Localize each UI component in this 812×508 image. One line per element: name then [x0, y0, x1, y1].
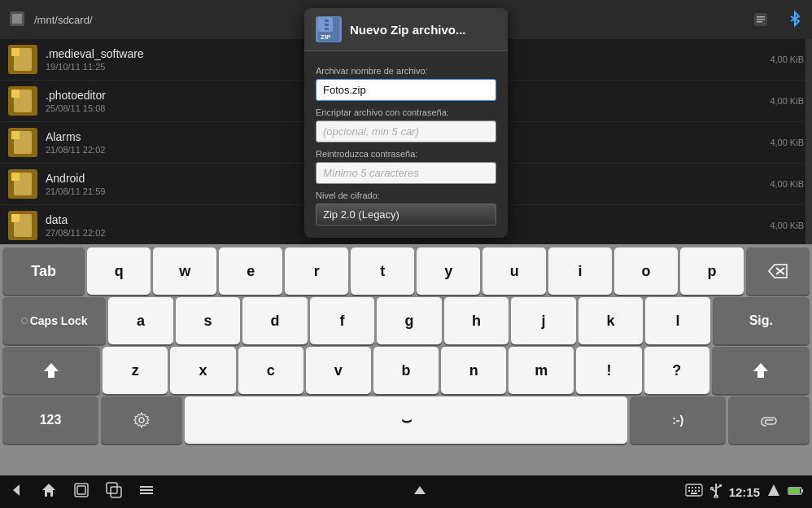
- key-d[interactable]: d: [242, 297, 308, 344]
- key-k[interactable]: k: [578, 297, 644, 344]
- key-x[interactable]: x: [170, 347, 235, 394]
- password-label: Encriptar archivo con contraseña:: [316, 107, 496, 117]
- space-key[interactable]: ⌣: [185, 396, 627, 444]
- battery-icon: [788, 486, 804, 498]
- svg-rect-26: [111, 487, 121, 497]
- key-c[interactable]: c: [238, 347, 303, 394]
- enter-key[interactable]: Sig.: [713, 297, 810, 344]
- recent-apps-icon-1[interactable]: [73, 482, 89, 501]
- key-e[interactable]: e: [219, 247, 282, 295]
- svg-rect-34: [695, 487, 696, 488]
- key-r[interactable]: r: [285, 247, 348, 295]
- zip-dialog-icon: ZIP: [316, 16, 342, 42]
- signal-icon: [766, 483, 781, 501]
- key-m[interactable]: m: [509, 347, 574, 394]
- svg-rect-37: [692, 490, 693, 492]
- back-nav-icon[interactable]: [8, 482, 24, 501]
- key-l[interactable]: l: [645, 297, 710, 344]
- key-g[interactable]: g: [377, 297, 442, 344]
- svg-rect-39: [698, 490, 700, 492]
- tab-key[interactable]: Tab: [2, 247, 85, 295]
- svg-marker-30: [414, 486, 426, 494]
- key-j[interactable]: j: [511, 297, 576, 344]
- key-v[interactable]: v: [306, 347, 371, 394]
- svg-point-45: [710, 488, 713, 490]
- svg-rect-13: [325, 24, 329, 26]
- password-input[interactable]: [316, 120, 496, 142]
- svg-rect-29: [140, 493, 153, 494]
- recent-apps-icon-2[interactable]: [106, 482, 122, 501]
- svg-rect-27: [140, 486, 153, 488]
- key-w[interactable]: w: [153, 247, 216, 295]
- svg-rect-14: [325, 28, 329, 30]
- key-f[interactable]: f: [310, 297, 375, 344]
- dialog-title: Nuevo Zip archivo...: [350, 23, 466, 37]
- keyboard-nav-icon[interactable]: [685, 484, 703, 500]
- settings-key[interactable]: [101, 396, 182, 444]
- key-question[interactable]: ?: [644, 347, 709, 394]
- svg-rect-49: [801, 489, 803, 493]
- numbers-key[interactable]: 123: [2, 396, 98, 444]
- dialog-header: ZIP Nuevo Zip archivo...: [304, 8, 508, 51]
- up-nav-icon[interactable]: [412, 482, 428, 501]
- svg-rect-43: [719, 484, 722, 487]
- keyboard-row-1: Tab q w e r t y u i o p: [2, 247, 810, 295]
- key-n[interactable]: n: [441, 347, 506, 394]
- key-s[interactable]: s: [176, 297, 241, 344]
- filename-input[interactable]: [316, 79, 496, 101]
- menu-nav-icon[interactable]: [138, 482, 155, 501]
- key-q[interactable]: q: [87, 247, 151, 295]
- svg-marker-21: [13, 484, 20, 496]
- keyboard-row-3: z x c v b n m ! ?: [2, 347, 810, 394]
- usb-icon: [709, 482, 723, 501]
- svg-rect-35: [698, 487, 700, 488]
- key-b[interactable]: b: [373, 347, 439, 394]
- shift-left-key[interactable]: [2, 347, 100, 394]
- key-t[interactable]: t: [351, 247, 414, 295]
- svg-rect-38: [695, 490, 696, 492]
- zip-dialog: ZIP Nuevo Zip archivo... Archivar nombre…: [304, 8, 508, 238]
- svg-rect-36: [688, 490, 690, 492]
- key-y[interactable]: y: [417, 247, 480, 295]
- svg-rect-40: [691, 493, 697, 494]
- keyboard: Tab q w e r t y u i o p Caps Lock a s d …: [0, 244, 812, 475]
- svg-marker-47: [768, 484, 779, 496]
- svg-rect-32: [688, 487, 690, 488]
- nav-left-group: [8, 482, 155, 501]
- svg-rect-24: [77, 486, 85, 494]
- capslock-indicator: [21, 318, 28, 324]
- nav-bar: 12:15: [0, 475, 812, 508]
- svg-marker-22: [42, 484, 55, 497]
- backspace-key[interactable]: [746, 247, 810, 295]
- attach-key[interactable]: [728, 396, 810, 444]
- home-nav-icon[interactable]: [41, 482, 57, 501]
- capslock-label: Caps Lock: [30, 314, 88, 327]
- key-h[interactable]: h: [444, 297, 509, 344]
- caps-lock-key[interactable]: Caps Lock: [2, 297, 106, 344]
- emoticon-key[interactable]: :-): [630, 396, 726, 444]
- svg-rect-50: [789, 488, 800, 493]
- key-u[interactable]: u: [482, 247, 546, 295]
- nav-right-group: 12:15: [685, 482, 804, 501]
- svg-text:ZIP: ZIP: [321, 33, 331, 41]
- repassword-input[interactable]: [316, 162, 496, 184]
- svg-rect-28: [140, 489, 153, 491]
- nav-center-group: [412, 482, 428, 501]
- key-z[interactable]: z: [103, 347, 168, 394]
- dialog-body: Archivar nombre de archivo: Encriptar ar…: [304, 51, 508, 226]
- repassword-label: Reintroduzca contraseña:: [316, 149, 496, 159]
- svg-rect-33: [692, 487, 693, 488]
- key-o[interactable]: o: [614, 247, 678, 295]
- key-a[interactable]: a: [108, 297, 173, 344]
- shift-right-key[interactable]: [712, 347, 810, 394]
- encryption-select[interactable]: Zip 2.0 (Legacy) AES-128 AES-256: [316, 204, 496, 226]
- svg-rect-25: [107, 483, 117, 493]
- keyboard-row-2: Caps Lock a s d f g h j k l Sig.: [2, 297, 810, 344]
- zip-icon: ZIP: [316, 16, 342, 42]
- key-i[interactable]: i: [548, 247, 612, 295]
- time-display: 12:15: [729, 485, 760, 499]
- key-p[interactable]: p: [680, 247, 744, 295]
- key-exclaim[interactable]: !: [576, 347, 641, 394]
- keyboard-row-4: 123 ⌣ :-): [2, 396, 810, 444]
- svg-rect-12: [325, 20, 329, 22]
